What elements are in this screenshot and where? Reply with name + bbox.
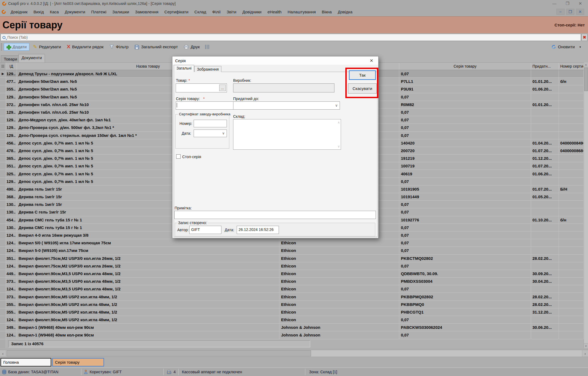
close-button[interactable]: ✕ [578, 1, 582, 6]
table-row[interactable]: 124..Викрил фиолет.75см,М2 USP3/0 кол.иг… [0, 262, 588, 270]
minimize-button[interactable]: — [552, 1, 556, 6]
menu-item-Звіти[interactable]: Звіти [224, 8, 239, 15]
scroll-up-icon[interactable]: ∧ [584, 62, 588, 67]
delete-row-button[interactable]: X Видалити рядок [65, 43, 106, 51]
table-row[interactable]: 373..Викрил фиолет.90см,М5 USP2 кол.игла… [0, 293, 588, 300]
header-id[interactable]: ІД [6, 63, 17, 70]
scroll-down-icon[interactable]: ∨ [337, 145, 340, 148]
cell-id: 355.. [6, 85, 17, 93]
note-input[interactable] [174, 211, 376, 219]
dialog-tab-image[interactable]: Зображення [194, 66, 221, 72]
menu-item-Налаштування[interactable]: Налаштування [285, 8, 319, 15]
certificate-group-label: Сертифікат заводу-виробника [178, 112, 231, 116]
product-input[interactable]: ... [176, 83, 227, 92]
menu-item-Каса[interactable]: Каса [47, 8, 62, 15]
vertical-scrollbar[interactable]: ∧ ∨ [584, 62, 588, 348]
menu-item-Сертифікати[interactable]: Сертифікати [162, 8, 191, 15]
columns-icon[interactable] [205, 45, 209, 49]
cell-valid: 01.01.20... [531, 101, 559, 108]
menu-item-Склад[interactable]: Склад [191, 8, 209, 15]
cancel-button[interactable]: Скасувати [348, 83, 377, 94]
toolbar-grip[interactable] [1, 43, 2, 50]
cell-ind [0, 155, 6, 162]
dialog-tab-general[interactable]: Загальні [174, 65, 194, 72]
header-series[interactable]: Серія товару [399, 63, 531, 70]
mdi-minimize-button[interactable]: – [556, 9, 565, 15]
cell-valid [531, 285, 559, 293]
menu-item-Довідники[interactable]: Довідники [239, 8, 264, 15]
tab-tovary[interactable]: Товари [1, 55, 20, 62]
menu-item-Філії[interactable]: Філії [209, 8, 224, 15]
restore-button[interactable]: ❐ [566, 1, 569, 6]
print-button[interactable]: Друк [181, 43, 202, 50]
export-button-label: Загальний експорт [141, 44, 178, 49]
product-lookup-button[interactable]: ... [219, 85, 226, 91]
scroll-left-icon[interactable]: ‹ [0, 350, 6, 357]
record-count: Запис 1 із 40576 [8, 340, 310, 347]
menu-item-Залишки[interactable]: Залишки [109, 8, 132, 15]
table-row[interactable]: 355..Викрил фиолет.90см,М5 USP2 кол.игла… [0, 308, 588, 316]
cell-cert: Б/Н [559, 185, 584, 193]
dialog-title: Серія [175, 58, 186, 63]
table-row[interactable]: 124..Викрил 5-0 (W9105) кол.17мм 75смEth… [0, 247, 588, 254]
valid-until-combobox[interactable]: ∨ [233, 101, 340, 110]
table-row[interactable]: 349..Викрил-1 (W9468) 40мм кол-реж 90смJ… [0, 324, 588, 331]
tab-dokumenty[interactable]: Документи [19, 54, 45, 62]
scroll-right-icon[interactable]: › [582, 350, 588, 357]
cell-ind [0, 208, 6, 216]
scroll-up-icon[interactable]: ∧ [337, 121, 340, 124]
header-cert-number[interactable]: Номер сертифіката за [559, 63, 584, 70]
table-row[interactable]: 449..Викрил фиолет.90см,М3,5 USP0 кол.иг… [0, 270, 588, 278]
table-row[interactable]: 355..Викрил фиолет.90см,М5 USP2 кол.игла… [0, 301, 588, 308]
refresh-button[interactable]: Оновити [558, 44, 575, 49]
filter-button[interactable]: Фільтр [107, 43, 131, 50]
menu-item-Документи[interactable]: Документи [62, 8, 88, 15]
menu-item-Замовлення[interactable]: Замовлення [132, 8, 161, 15]
table-row[interactable]: 124..Викрил 5/0 ( W9105) игла 17мм колющ… [0, 239, 588, 247]
table-row[interactable]: 373..Викрил фиолет.90см,М3,5 USP0 кол.иг… [0, 278, 588, 285]
menu-item-Довідник[interactable]: Довідник [8, 8, 31, 15]
menu-item-Платежі[interactable]: Платежі [88, 8, 109, 15]
chevron-down-icon[interactable]: ∨ [335, 103, 338, 107]
status-separator [305, 369, 305, 375]
cell-valid: 01.05.20... [531, 193, 559, 200]
scroll-down-icon[interactable]: ∨ [584, 343, 588, 348]
floppy-icon [135, 45, 139, 49]
stock-listbox[interactable]: ∧ ∨ [233, 119, 341, 150]
table-row[interactable]: 124..Викрил фиолет.90см,М5 USP2 кол.игла… [0, 316, 588, 324]
stop-series-checkbox[interactable] [176, 154, 181, 159]
table-row[interactable]: 124..Викрил фиолет.90см,М3,5 USP0 кол.иг… [0, 285, 588, 293]
menu-item-Вихід[interactable]: Вихід [31, 8, 47, 15]
refresh-dropdown-arrow[interactable]: ▾ [579, 45, 581, 49]
cell-cert [559, 70, 584, 77]
header-valid-until[interactable]: Придатн... [531, 63, 559, 70]
cell-series: 0,07 [399, 70, 531, 77]
menu-item-Вікна[interactable]: Вікна [319, 8, 335, 15]
horizontal-scrollbar[interactable]: ‹ › [0, 350, 588, 357]
cert-number-input[interactable] [194, 120, 227, 127]
export-button[interactable]: Загальний експорт [132, 43, 180, 50]
menu-item-Довідка[interactable]: Довідка [335, 8, 355, 15]
mdi-close-button[interactable]: ✕ [576, 9, 584, 15]
add-button[interactable]: Додати [4, 43, 29, 51]
cell-valid [531, 124, 559, 131]
cert-date-combobox[interactable]: ∨ [194, 130, 227, 137]
chevron-down-icon[interactable]: ∨ [222, 131, 225, 135]
search-clear-button[interactable]: ✖ [581, 34, 587, 41]
ok-button[interactable]: Так [349, 70, 376, 80]
created-date-input[interactable]: 26.12.2024 16:52:26 [237, 226, 279, 234]
menu-item-eHealth[interactable]: eHealth [264, 8, 285, 15]
edit-button[interactable]: ✎ Редагувати [31, 43, 63, 51]
table-row[interactable]: 351..Викрил фиолет.75см,М2 USP3/0 кол.иг… [0, 255, 588, 262]
search-input[interactable]: Поиск (Tab) [1, 34, 581, 41]
cell-id: 124.. [6, 316, 17, 323]
vertical-scrollbar-thumb[interactable] [584, 68, 588, 91]
table-row[interactable]: 124..Викрил-1 (W9468) 40мм кол-реж 90смJ… [0, 331, 588, 339]
author-input[interactable]: GIFT [189, 226, 221, 234]
dialog-close-icon[interactable]: ✕ [367, 58, 376, 63]
mdi-restore-button[interactable]: ❐ [566, 9, 574, 15]
tab-holovna[interactable]: Головна [1, 358, 51, 366]
cell-series: QDBBWBT0, 30.09. [399, 270, 531, 277]
tab-seriya-tovaru[interactable]: Серія товару [52, 358, 104, 366]
horizontal-scrollbar-thumb[interactable] [7, 350, 311, 356]
